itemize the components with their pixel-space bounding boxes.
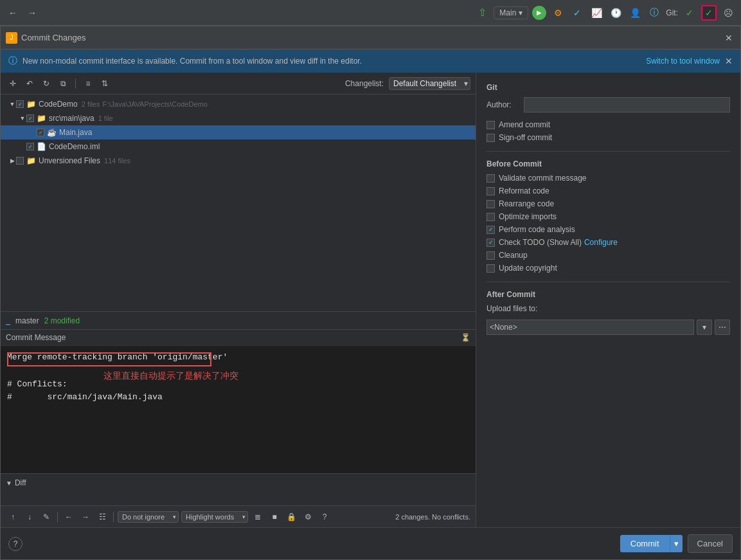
tree-expand-icon[interactable]: ▶ [8,158,16,164]
tree-checkbox-srcmainjava[interactable]: ✓ [26,114,34,122]
sort-icon[interactable]: ≡ [81,77,95,91]
left-panel: ✛ ↶ ↻ ⧉ ≡ ⇅ Changelist: Default Changeli… [1,73,476,527]
sort2-icon[interactable]: ⇅ [98,77,112,91]
checkbox-copyright[interactable]: Update copyright [487,264,730,273]
checkbox-cleanup-box[interactable] [487,251,495,260]
run-button[interactable]: ▶ [532,6,546,20]
checkbox-perform[interactable]: ✓ Perform code analysis [487,225,730,234]
checkbox-reformat-box[interactable] [487,187,495,195]
group-icon[interactable]: ⧉ [56,77,70,91]
commit-dropdown-arrow[interactable]: ▾ [670,535,683,552]
user-icon[interactable]: 👤 [627,5,643,21]
checkbox-reformat[interactable]: Reformat code [487,186,730,195]
back-btn[interactable]: ← [5,5,21,21]
down-arrow-icon[interactable]: ↓ [22,510,37,524]
checkbox-validate[interactable]: Validate commit message [487,174,730,183]
branch-icon: ⎯ [6,316,10,325]
checkbox-perform-box[interactable]: ✓ [487,226,495,234]
upload-files-select[interactable]: <None> [487,320,694,335]
tree-checkbox-unversioned[interactable] [16,157,24,165]
cancel-button[interactable]: Cancel [688,534,733,553]
git-history-icon[interactable]: ☹ [720,5,736,21]
tree-item-unversioned[interactable]: ▶ 📁 Unversioned Files 114 files [1,154,476,168]
checkbox-amend-label: Amend commit [499,120,550,129]
tree-checkbox-codedemoiml[interactable]: ✓ [26,143,34,150]
help-button[interactable]: ? [8,537,22,551]
switch-to-tool-window-link[interactable]: Switch to tool window [646,57,720,66]
highlight-words-select[interactable]: Highlight words [181,511,248,523]
clock-icon[interactable]: ⏳ [461,333,470,342]
checkbox-validate-box[interactable] [487,174,495,183]
side-by-side-icon[interactable]: ■ [267,510,281,524]
lock-icon[interactable]: 🔒 [284,510,298,524]
refresh-icon[interactable]: ↻ [39,77,53,91]
checkbox-optimize[interactable]: Optimize imports [487,212,730,221]
sync-icon[interactable]: ☷ [95,510,109,524]
profile-icon[interactable]: 📈 [589,5,604,21]
ignore-whitespace-select[interactable]: Do not ignore [118,511,179,523]
commit-button-group: Commit ▾ [620,535,683,552]
tree-item-srcmainjava[interactable]: ▼ ✓ 📁 src\main\java 1 file [1,111,476,125]
question-icon[interactable]: ? [317,510,332,524]
fwd-btn[interactable]: → [24,5,40,21]
checkbox-amend-box[interactable] [487,121,495,129]
checkbox-amend[interactable]: Amend commit [487,120,730,129]
collapse-icon[interactable]: ▼ [6,480,12,487]
separator [113,512,114,522]
info-close-icon[interactable]: ✕ [725,56,733,66]
checkbox-rearrange-box[interactable] [487,200,495,208]
tree-checkbox-mainjava[interactable]: ✓ [37,129,44,136]
folder-icon: 📁 [26,100,36,109]
tree-checkbox-codedemo[interactable]: ✓ [16,100,24,108]
prev-icon[interactable]: ← [62,510,76,524]
tree-item-mainjava[interactable]: ✓ ☕ Main.java [1,125,476,140]
diff-title: Diff [15,478,26,487]
divider2 [487,282,730,282]
checkbox-checktodo-box[interactable]: ✓ [487,239,495,247]
upload-row: <None> ▾ ⋯ [487,320,730,335]
iml-file-icon: 📄 [37,142,46,151]
author-input[interactable] [524,97,730,113]
checkbox-copyright-box[interactable] [487,264,495,273]
checkbox-signoff-box[interactable] [487,134,495,142]
footer-left: ? [8,537,615,551]
divider [487,151,730,152]
upload-more-btn[interactable]: ⋯ [715,320,730,335]
commit-button[interactable]: Commit [620,535,670,552]
collapse-all-icon[interactable]: ≣ [251,510,265,524]
configure-link[interactable]: Configure [584,238,618,247]
checkbox-signoff[interactable]: Sign-off commit [487,133,730,142]
upload-arrow-btn[interactable]: ▾ [697,320,712,335]
git-check-icon[interactable]: ✓ [682,5,697,21]
dialog-title: Commit Changes [21,33,722,42]
modified-count[interactable]: 2 modified [44,316,80,325]
tree-item-meta: 2 files [82,100,100,108]
settings-icon[interactable]: ⚙ [301,510,315,524]
checkbox-reformat-label: Reformat code [499,186,549,195]
undo-icon[interactable]: ↶ [22,77,37,91]
checkbox-rearrange[interactable]: Rearrange code [487,199,730,208]
add-icon[interactable]: ✛ [6,77,20,91]
up-arrow-icon[interactable]: ↑ [6,510,20,524]
tree-expand-icon[interactable]: ▼ [8,101,16,107]
debug-icon[interactable]: ⚙ [550,5,566,21]
arrow-green-icon[interactable]: ⇧ [474,5,490,21]
edit-icon[interactable]: ✎ [39,510,53,524]
close-button[interactable]: ✕ [722,32,735,44]
checkbox-cleanup[interactable]: Cleanup [487,251,730,260]
commit-message-input[interactable]: Merge remote-tracking branch 'origin/mas… [1,346,476,471]
next-icon[interactable]: → [78,510,93,524]
tree-item-codedemoiml[interactable]: ✓ 📄 CodeDemo.iml [1,140,476,154]
coverage-icon[interactable]: ✓ [569,5,585,21]
checkbox-optimize-box[interactable] [487,213,495,221]
after-commit-title: After Commit [487,290,730,299]
clock-icon[interactable]: 🕐 [608,5,623,21]
tree-expand-icon[interactable]: ▼ [19,115,26,122]
tree-item-codedemo[interactable]: ▼ ✓ 📁 CodeDemo 2 files F:\Java\JAVAProje… [1,97,476,111]
checkbox-checktodo[interactable]: ✓ Check TODO (Show All) Configure [487,238,730,247]
changelist-select[interactable]: Default Changelist [389,77,470,90]
help-icon[interactable]: ⓘ [647,5,662,21]
info-bar: ⓘ New non-modal commit interface is avai… [1,50,740,73]
git-commit-icon[interactable]: ✓ [701,5,717,21]
main-dropdown[interactable]: Main ▾ [494,6,528,19]
